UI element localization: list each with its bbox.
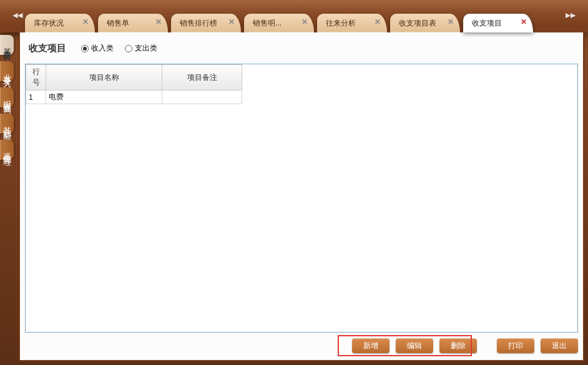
tab-label: 收支项目表 — [399, 18, 436, 29]
tab-label: 销售单 — [107, 18, 129, 29]
delete-button[interactable]: 删除 — [439, 338, 477, 353]
tab-sales-detail[interactable]: 销售明... ✕ — [244, 14, 314, 32]
col-header-remark[interactable]: 项目备注 — [162, 65, 242, 90]
tab-sales-ranking[interactable]: 销售排行榜 ✕ — [171, 14, 241, 32]
tab-receivable-analysis[interactable]: 往来分析 ✕ — [317, 14, 387, 32]
radio-expense[interactable]: 支出类 — [125, 43, 157, 54]
rail-system-management[interactable]: 系统管理 — [0, 140, 14, 160]
close-icon[interactable]: ✕ — [519, 18, 528, 27]
tab-label: 销售排行榜 — [180, 18, 217, 29]
close-icon[interactable]: ✕ — [373, 18, 382, 27]
workspace: 收支项目 收入类 支出类 行号 项目名称 项目备注 1 — [19, 32, 584, 361]
tab-label: 库存状况 — [34, 18, 64, 29]
exit-button[interactable]: 退出 — [541, 338, 578, 353]
footer-toolbar: 新增 编辑 删除 打印 退出 — [25, 336, 578, 355]
tab-scroll-left-icon[interactable]: ◀◀ — [12, 11, 22, 19]
rail-business-entry[interactable]: 业务录入 — [0, 61, 14, 81]
cell-name: 电费 — [46, 90, 162, 104]
tab-label: 往来分析 — [326, 18, 356, 29]
print-button[interactable]: 打印 — [497, 338, 534, 353]
radio-label: 收入类 — [91, 43, 114, 54]
table-row[interactable]: 1 电费 — [26, 90, 242, 104]
close-icon[interactable]: ✕ — [154, 18, 163, 27]
panel-title: 收支项目 — [29, 42, 66, 54]
rail-basic-data[interactable]: 基本资料 — [0, 35, 14, 55]
edit-button[interactable]: 编辑 — [396, 338, 433, 353]
tab-inventory[interactable]: 库存状况 ✕ — [25, 14, 95, 32]
rail-other-functions[interactable]: 其它功能 — [0, 114, 14, 134]
panel-header: 收支项目 收入类 支出类 — [20, 32, 583, 59]
add-button[interactable]: 新增 — [352, 338, 390, 353]
cell-rownum: 1 — [26, 90, 46, 104]
close-icon[interactable]: ✕ — [227, 18, 236, 27]
table-header-row: 行号 项目名称 项目备注 — [26, 65, 242, 90]
radio-icon — [125, 45, 132, 52]
cell-remark — [162, 90, 242, 104]
tab-sales-order[interactable]: 销售单 ✕ — [98, 14, 168, 32]
tab-label: 收支项目 — [472, 18, 502, 29]
tab-scroll-right-icon[interactable]: ▶▶ — [566, 11, 576, 19]
radio-label: 支出类 — [135, 43, 157, 54]
data-grid[interactable]: 行号 项目名称 项目备注 1 电费 — [25, 64, 578, 333]
col-header-name[interactable]: 项目名称 — [46, 65, 162, 90]
tab-income-expense-item[interactable]: 收支项目 ✕ — [463, 14, 533, 32]
tab-strip: ◀◀ 库存状况 ✕ 销售单 ✕ 销售排行榜 ✕ 销售明... ✕ 往来分析 ✕ … — [0, 0, 588, 32]
rail-report-query[interactable]: 报表查询 — [0, 87, 14, 107]
left-rail: 基本资料 业务录入 报表查询 其它功能 系统管理 — [0, 35, 14, 160]
tab-label: 销售明... — [253, 18, 282, 29]
radio-income[interactable]: 收入类 — [81, 43, 114, 54]
tab-income-expense-table[interactable]: 收支项目表 ✕ — [390, 14, 460, 32]
category-radio-group: 收入类 支出类 — [81, 43, 157, 54]
radio-icon — [81, 45, 89, 52]
col-header-rownum[interactable]: 行号 — [26, 65, 46, 90]
close-icon[interactable]: ✕ — [81, 18, 90, 27]
close-icon[interactable]: ✕ — [446, 18, 455, 27]
close-icon[interactable]: ✕ — [300, 18, 309, 27]
